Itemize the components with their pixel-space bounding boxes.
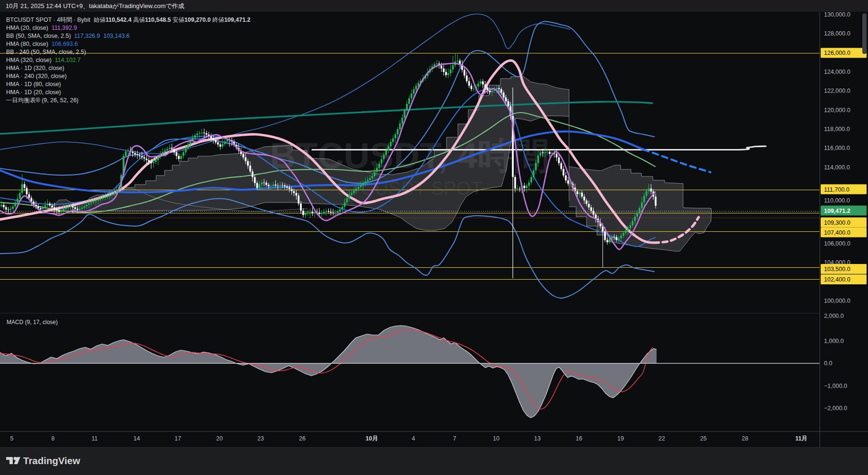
svg-text:28: 28 [742, 435, 748, 442]
svg-text:26: 26 [299, 435, 306, 442]
svg-text:107,400.0: 107,400.0 [824, 229, 850, 236]
svg-text:TradingView: TradingView [23, 455, 80, 466]
svg-text:110,000.0: 110,000.0 [824, 197, 850, 204]
svg-text:126,000.0: 126,000.0 [824, 50, 850, 56]
svg-text:HMA (320, close) 114,102.7: HMA (320, close) 114,102.7 [6, 57, 81, 63]
svg-text:19: 19 [617, 435, 624, 442]
svg-text:22: 22 [658, 435, 665, 442]
svg-text:124,000.0: 124,000.0 [824, 69, 850, 75]
svg-text:23: 23 [257, 435, 264, 442]
svg-text:16: 16 [576, 435, 582, 442]
svg-text:11月: 11月 [795, 435, 807, 442]
svg-text:BTCUSDT SPOT · 4時間 · Bybit 始値: BTCUSDT SPOT · 4時間 · Bybit 始値110,542.4 高… [6, 17, 251, 23]
svg-text:HMA · 240 (320, close): HMA · 240 (320, close) [6, 73, 67, 79]
svg-text:1,000.0: 1,000.0 [824, 338, 844, 344]
svg-text:4: 4 [412, 435, 415, 442]
svg-text:10: 10 [493, 435, 500, 442]
svg-text:20: 20 [216, 435, 223, 442]
svg-text:109,471.2: 109,471.2 [824, 208, 850, 214]
svg-text:10月 21, 2025 12:44 UTC+9、takat: 10月 21, 2025 12:44 UTC+9、takatabaがTradin… [6, 2, 184, 9]
svg-text:HMA (20, close) 111,392.9: HMA (20, close) 111,392.9 [6, 25, 77, 31]
svg-text:116,000.0: 116,000.0 [824, 145, 850, 151]
svg-text:11: 11 [92, 435, 98, 442]
svg-text:106,000.0: 106,000.0 [824, 240, 850, 247]
svg-text:100,000.0: 100,000.0 [824, 298, 850, 304]
svg-text:HMA · 1D (320, close): HMA · 1D (320, close) [6, 65, 64, 71]
svg-text:0.0: 0.0 [824, 360, 832, 367]
svg-text:114,000.0: 114,000.0 [824, 164, 850, 171]
svg-text:25: 25 [700, 435, 707, 442]
svg-text:120,000.0: 120,000.0 [824, 107, 850, 114]
svg-text:118,000.0: 118,000.0 [824, 126, 850, 132]
svg-text:一目均衡表® (9, 26, 52, 26): 一目均衡表® (9, 26, 52, 26) [6, 97, 79, 104]
svg-text:BB (50, SMA, close, 2.5) 117,: BB (50, SMA, close, 2.5) 117,326.9 103,1… [6, 33, 130, 39]
svg-text:10月: 10月 [366, 435, 378, 442]
svg-text:8: 8 [52, 435, 55, 442]
svg-text:−1,000.0: −1,000.0 [824, 383, 847, 389]
svg-text:MACD (9, 17, close): MACD (9, 17, close) [7, 319, 58, 325]
svg-text:122,000.0: 122,000.0 [824, 88, 850, 94]
svg-text:BB · 240 (50, SMA, close, 2.5): BB · 240 (50, SMA, close, 2.5) [6, 49, 86, 55]
svg-text:13: 13 [534, 435, 541, 442]
svg-text:102,400.0: 102,400.0 [824, 276, 850, 283]
svg-text:7: 7 [453, 435, 456, 442]
svg-text:14: 14 [133, 435, 140, 442]
svg-text:HMA (80, close) 106,693.6: HMA (80, close) 106,693.6 [6, 41, 78, 47]
svg-text:17: 17 [175, 435, 181, 442]
svg-text:−2,000.0: −2,000.0 [824, 405, 847, 412]
svg-text:2,000.0: 2,000.0 [824, 313, 844, 319]
svg-text:5: 5 [10, 435, 14, 442]
svg-text:128,000.0: 128,000.0 [824, 30, 850, 37]
svg-text:HMA · 1D (80, close): HMA · 1D (80, close) [6, 81, 61, 88]
svg-text:HMA · 1D (20, close): HMA · 1D (20, close) [6, 89, 61, 96]
svg-text:111,700.0: 111,700.0 [824, 186, 850, 193]
svg-text:103,500.0: 103,500.0 [824, 266, 850, 273]
svg-text:109,300.0: 109,300.0 [824, 220, 850, 226]
svg-text:130,000.0: 130,000.0 [824, 11, 850, 18]
